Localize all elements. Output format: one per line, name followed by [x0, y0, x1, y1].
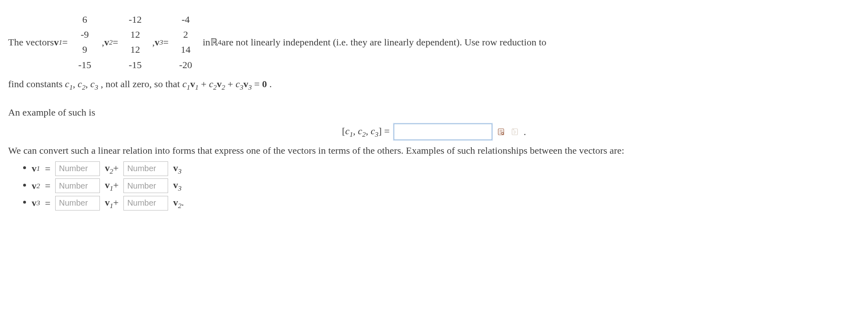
vector-v1: 6 -9 9 -15: [69, 10, 101, 75]
coefficients-input[interactable]: [394, 124, 492, 140]
problem-statement-line1: The vectors v1 = 6 -9 9 -15 , v2 = -12 1…: [8, 10, 860, 75]
v1-coef-v3-input[interactable]: [123, 161, 168, 176]
v2-coef-v3-input[interactable]: [123, 178, 168, 193]
relation-v3: v3 = v1+ v2.: [32, 195, 860, 210]
example-label: An example of such is: [8, 106, 860, 119]
text-tail: are not linearly independent (i.e. they …: [222, 36, 546, 49]
space-R4: ℝ4: [210, 36, 222, 49]
v3-coef-v2-input[interactable]: [123, 196, 168, 210]
relation-v2: v2 = v1+ v3: [32, 178, 860, 193]
relation-v1: v1 = v2+ v3: [32, 161, 860, 176]
v3-coef-v1-input[interactable]: [55, 196, 100, 210]
relations-list: v1 = v2+ v3 v2 = v1+ v3 v3 = v1+ v2.: [8, 161, 860, 210]
vector-v3-label: v3 =: [155, 36, 168, 49]
text-lead: The vectors: [8, 36, 54, 49]
v1-coef-v2-input[interactable]: [55, 161, 100, 176]
problem-statement-line2: find constants c1, c2, c3 , not all zero…: [8, 77, 860, 92]
answer-row: [c1, c2, c3] = .: [8, 124, 860, 140]
text-in: in: [203, 36, 210, 49]
convert-text: We can convert such a linear relation in…: [8, 144, 860, 157]
vector-v3: -4 2 14 -20: [169, 10, 202, 75]
svg-rect-2: [512, 129, 518, 135]
svg-point-1: [501, 132, 503, 134]
equation-preview-icon[interactable]: [497, 127, 505, 137]
equation-help-icon[interactable]: [510, 127, 519, 137]
vector-v2: -12 12 12 -15: [119, 10, 151, 75]
answer-lhs: [c1, c2, c3] =: [342, 125, 389, 139]
v2-coef-v1-input[interactable]: [55, 178, 100, 193]
answer-period: .: [524, 125, 526, 138]
vector-v1-label: v1 =: [54, 36, 68, 49]
vector-v2-label: v2 =: [104, 36, 118, 49]
